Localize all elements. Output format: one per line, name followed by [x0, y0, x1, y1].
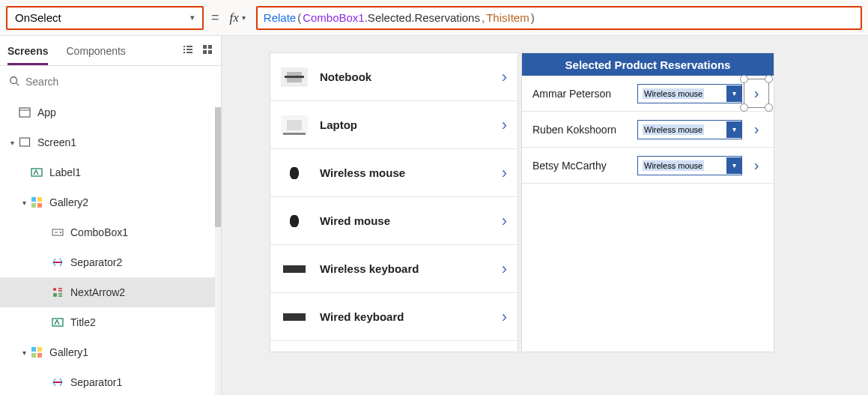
combobox-value: Wireless mouse [643, 124, 704, 135]
svg-rect-7 [37, 197, 42, 202]
chevron-down-icon: ▾ [190, 13, 195, 22]
label-icon [51, 316, 64, 329]
formula-fx-label[interactable]: fx ▾ [227, 10, 249, 25]
svg-point-0 [10, 76, 17, 83]
tree-chevron-icon[interactable]: ▾ [18, 349, 30, 357]
combobox-value: Wireless mouse [643, 160, 704, 171]
product-item[interactable]: Wireless mouse› [270, 149, 518, 197]
tab-components[interactable]: Components [66, 36, 125, 65]
svg-rect-6 [31, 197, 36, 202]
product-item[interactable]: Wired keyboard› [270, 293, 518, 341]
search-icon [9, 76, 19, 88]
list-view-icon[interactable] [182, 43, 194, 58]
svg-rect-4 [20, 138, 30, 146]
tree-chevron-icon[interactable]: ▾ [6, 139, 18, 147]
separator-icon [51, 256, 64, 269]
svg-point-11 [53, 288, 56, 291]
tree-item-label1[interactable]: ▸Label1 [0, 157, 221, 187]
product-label: Wireless mouse [320, 166, 405, 179]
chevron-right-icon[interactable]: › [502, 67, 507, 87]
equals-sign: = [211, 10, 219, 25]
product-label: Laptop [320, 118, 357, 131]
formula-token: .Selected.Reservations [365, 11, 480, 24]
product-thumbnail [281, 67, 308, 87]
combobox-value: Wireless mouse [643, 88, 704, 99]
next-arrow-button[interactable]: › [750, 121, 763, 138]
formula-token: Relate [264, 11, 296, 24]
fx-icon: fx [230, 10, 239, 25]
reservation-name: Ruben Kokshoorn [532, 124, 630, 136]
grid-view-icon[interactable] [201, 43, 213, 58]
tree-item-nextarrow2[interactable]: ▸NextArrow2 [0, 277, 221, 307]
tree-item-separator2[interactable]: ▸Separator2 [0, 247, 221, 277]
tree-item-app[interactable]: ▸App [0, 97, 221, 127]
chevron-down-icon[interactable]: ▾ [726, 121, 741, 138]
svg-rect-13 [31, 347, 36, 352]
tree-chevron-icon[interactable]: ▾ [18, 199, 30, 207]
tree-item-combobox1[interactable]: ▸ComboBox1 [0, 217, 221, 247]
svg-line-1 [16, 82, 19, 85]
gallery-reservations[interactable]: Selected Product Reservations Ammar Pete… [521, 52, 774, 352]
svg-rect-2 [19, 108, 30, 117]
tree-item-title2[interactable]: ▸Title2 [0, 307, 221, 337]
tree-item-gallery1[interactable]: ▾Gallery1 [0, 337, 221, 367]
sidebar-scrollbar[interactable] [215, 107, 221, 395]
chevron-right-icon[interactable]: › [502, 163, 507, 183]
reservation-name: Ammar Peterson [532, 88, 630, 100]
product-label: Wired mouse [320, 214, 390, 227]
reservation-combobox[interactable]: Wireless mouse▾ [637, 120, 742, 139]
formula-token: ) [531, 11, 535, 24]
chevron-down-icon: ▾ [242, 13, 246, 22]
tree-search-input[interactable] [25, 76, 212, 88]
tree-item-label: ComboBox1 [70, 226, 128, 238]
reservations-header: Selected Product Reservations [522, 53, 774, 76]
chevron-right-icon[interactable]: › [502, 211, 507, 231]
product-item[interactable]: Laptop› [270, 101, 518, 149]
reservation-name: Betsy McCarthy [532, 160, 630, 172]
gallery-products[interactable]: Notebook›Laptop›Wireless mouse›Wired mou… [270, 52, 518, 352]
tree-item-label: Title2 [70, 316, 96, 328]
svg-rect-14 [37, 347, 42, 352]
product-item[interactable]: Wireless keyboard› [270, 245, 518, 293]
reservation-row: Betsy McCarthyWireless mouse▾› [522, 148, 774, 184]
tree-item-label: App [37, 106, 56, 118]
product-thumbnail [281, 259, 308, 279]
product-item[interactable]: Wired mouse› [270, 197, 518, 245]
formula-bar-input[interactable]: Relate( ComboBox1.Selected.Reservations,… [256, 6, 862, 30]
next-arrow-button[interactable]: › [750, 157, 763, 174]
reservation-row: Ruben KokshoornWireless mouse▾› [522, 112, 774, 148]
property-name-selector[interactable]: OnSelect ▾ [6, 6, 204, 30]
chevron-down-icon[interactable]: ▾ [726, 85, 741, 102]
product-thumbnail [281, 163, 308, 183]
svg-rect-8 [31, 203, 36, 208]
formula-token: ComboBox1 [303, 11, 365, 24]
product-item[interactable]: Notebook› [270, 53, 518, 101]
chevron-down-icon[interactable]: ▾ [726, 157, 741, 174]
combobox-icon [51, 226, 64, 239]
next-arrow-button[interactable]: › [750, 85, 763, 102]
tree-item-label: Separator1 [70, 376, 122, 388]
tree-item-label: Screen1 [37, 136, 76, 148]
tree-item-separator1[interactable]: ▸Separator1 [0, 367, 221, 395]
product-label: Notebook [320, 70, 371, 83]
chevron-right-icon[interactable]: › [502, 307, 507, 327]
separator-icon [51, 376, 64, 389]
screen-icon [18, 136, 31, 149]
formula-token: , [482, 11, 485, 24]
svg-rect-15 [31, 353, 36, 358]
chevron-right-icon[interactable]: › [502, 115, 507, 135]
label-icon [30, 166, 43, 179]
tree-item-screen1[interactable]: ▾Screen1 [0, 127, 221, 157]
tab-screens[interactable]: Screens [7, 36, 48, 65]
formula-token: ( [297, 11, 301, 24]
reservation-combobox[interactable]: Wireless mouse▾ [637, 84, 742, 103]
tree-item-label: Gallery2 [49, 196, 88, 208]
reservation-combobox[interactable]: Wireless mouse▾ [637, 156, 742, 175]
nextarrow-icon [51, 286, 64, 299]
tree-item-gallery2[interactable]: ▾Gallery2 [0, 187, 221, 217]
product-label: Wireless keyboard [320, 262, 419, 275]
gallery-icon [30, 196, 43, 209]
tree-item-label: Gallery1 [49, 346, 88, 358]
chevron-right-icon[interactable]: › [502, 259, 507, 279]
product-thumbnail [281, 307, 308, 327]
